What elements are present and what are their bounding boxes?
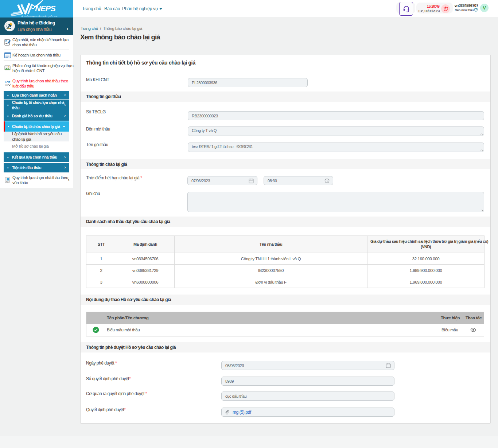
svg-text:NEPS: NEPS [35, 4, 56, 13]
svg-text:HỆ THỐNG MẠNG ĐẤU THẦU QUỐC GI: HỆ THỐNG MẠNG ĐẤU THẦU QUỐC GIA [21, 15, 58, 17]
svg-text:LOT: LOT [5, 81, 10, 84]
